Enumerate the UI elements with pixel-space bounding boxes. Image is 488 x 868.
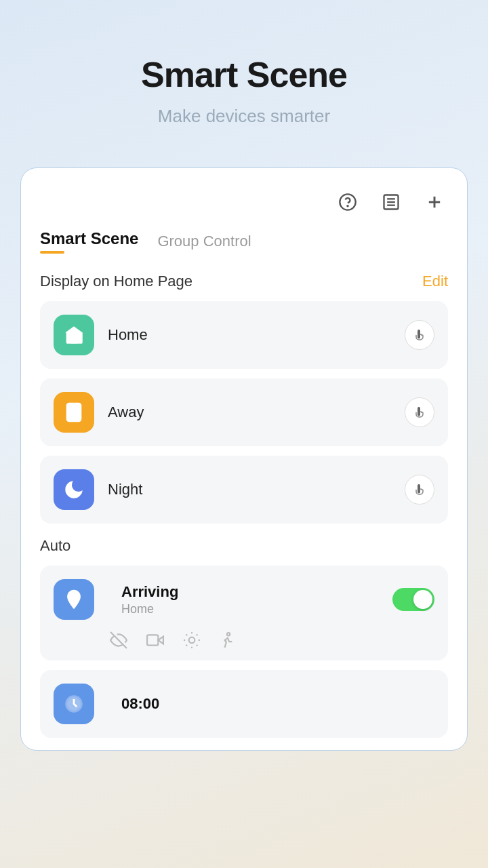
arriving-info: Arriving Home: [121, 583, 392, 616]
scene-name-home: Home: [108, 326, 405, 344]
auto-item-top: Arriving Home: [54, 579, 434, 620]
help-icon[interactable]: [334, 189, 361, 216]
svg-line-21: [186, 645, 188, 646]
svg-line-18: [197, 645, 198, 646]
add-icon[interactable]: [421, 189, 448, 216]
motion-icon: [181, 629, 203, 651]
arriving-icon: [54, 579, 94, 620]
scene-icon-night: [54, 469, 94, 510]
scene-name-night: Night: [108, 481, 405, 498]
display-section-header: Display on Home Page Edit: [40, 273, 448, 290]
condition-icons: [54, 629, 434, 651]
tab-smart-scene[interactable]: Smart Scene: [40, 229, 138, 254]
arriving-toggle[interactable]: [392, 588, 434, 611]
svg-point-12: [73, 595, 75, 598]
scene-item-night[interactable]: Night: [40, 456, 448, 524]
toolbar: [40, 182, 448, 229]
edit-button[interactable]: Edit: [422, 273, 448, 290]
svg-point-10: [73, 411, 75, 414]
svg-point-16: [189, 637, 195, 644]
page-subtitle: Make devices smarter: [27, 106, 461, 127]
tap-button-night[interactable]: [405, 475, 434, 505]
tab-group-control[interactable]: Group Control: [157, 233, 251, 250]
svg-line-17: [186, 635, 188, 636]
page-title: Smart Scene: [27, 54, 461, 95]
scene-item-away[interactable]: Away: [40, 378, 448, 446]
auto-section: Auto Arriving Home: [40, 537, 448, 738]
svg-point-25: [227, 633, 230, 635]
scene-icon-home: [54, 315, 94, 355]
main-card: Smart Scene Group Control Display on Hom…: [20, 167, 468, 751]
auto-section-title: Auto: [40, 537, 448, 555]
auto-item-time[interactable]: 08:00: [40, 670, 448, 738]
time-icon: [54, 684, 94, 724]
display-section-title: Display on Home Page: [40, 273, 192, 290]
header: Smart Scene Make devices smarter: [0, 0, 488, 154]
svg-rect-15: [147, 635, 158, 645]
svg-line-22: [197, 635, 198, 636]
time-value: 08:00: [121, 695, 159, 713]
scene-icon-away: [54, 392, 94, 433]
auto-item-arriving[interactable]: Arriving Home: [40, 566, 448, 660]
tap-button-away[interactable]: [405, 397, 434, 427]
tap-button-home[interactable]: [405, 320, 434, 350]
arriving-name: Arriving: [121, 583, 392, 601]
video-icon: [144, 629, 166, 651]
list-icon[interactable]: [378, 189, 405, 216]
eye-off-icon: [108, 629, 129, 651]
scene-item-home[interactable]: Home: [40, 301, 448, 369]
arriving-sub: Home: [121, 602, 392, 616]
scene-name-away: Away: [108, 403, 405, 421]
walk-icon: [218, 629, 239, 651]
tabs-row: Smart Scene Group Control: [40, 229, 448, 254]
svg-marker-14: [158, 637, 163, 644]
